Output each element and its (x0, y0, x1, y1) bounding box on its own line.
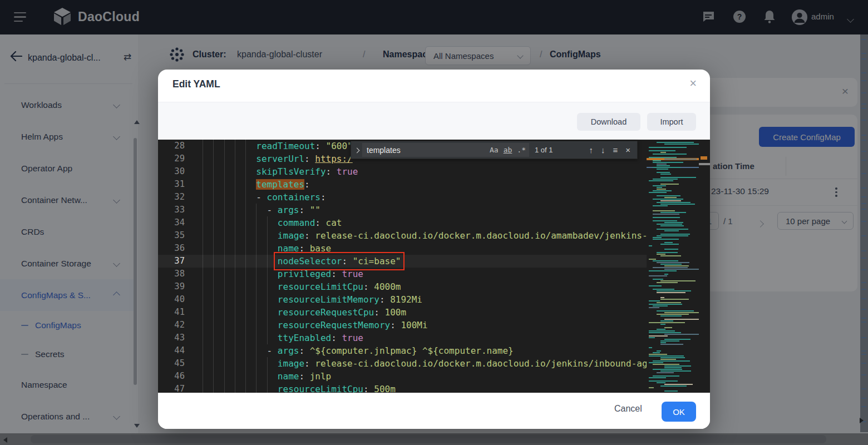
minimap-line (660, 297, 664, 298)
code-token: - (267, 205, 278, 215)
modal-close-icon[interactable]: × (689, 76, 697, 91)
minimap-line (657, 290, 691, 291)
code-token: readTimeout (256, 141, 315, 151)
minimap-line (660, 344, 683, 345)
code-line: resourceLimitCpu: 4000m (203, 280, 401, 293)
minimap-line (649, 245, 652, 246)
code-token: : (315, 217, 326, 228)
minimap-line (657, 235, 688, 236)
indent-guides (203, 332, 278, 344)
editor-scrollbar[interactable] (699, 140, 710, 393)
minimap-line (657, 282, 678, 283)
indent-guides (203, 165, 256, 178)
line-number: 36 (158, 242, 185, 255)
find-previous-icon[interactable]: ↑ (589, 145, 593, 155)
minimap-line (660, 280, 696, 281)
minimap-line (664, 274, 668, 275)
code-token: release-ci.daocloud.io/docker.m.daocloud… (315, 358, 647, 369)
minimap-line (649, 270, 677, 271)
code-token: : (390, 320, 401, 330)
minimap-line (664, 197, 677, 198)
code-token: : (299, 243, 309, 254)
minimap-line (657, 310, 694, 312)
minimap-line (660, 255, 681, 256)
code-token: image (278, 230, 304, 241)
minimap-line (653, 239, 679, 240)
minimap-line (653, 179, 678, 180)
code-token: : (331, 333, 342, 343)
nodeselector-highlight-box: nodeSelector: "ci=base" (278, 256, 401, 266)
minimap-line (653, 260, 678, 261)
code-token: : (326, 166, 337, 177)
code-token: "" (310, 205, 320, 215)
minimap-line (649, 322, 685, 323)
code-token: release-ci.daocloud.io/docker.m.daocloud… (315, 230, 647, 241)
import-button[interactable]: Import (647, 113, 696, 131)
find-input[interactable] (367, 146, 485, 155)
find-next-icon[interactable]: ↓ (601, 145, 605, 155)
code-token: resourceLimitCpu (278, 384, 363, 393)
minimap-line (649, 150, 675, 151)
minimap-line (653, 289, 674, 290)
minimap-line (664, 144, 699, 145)
whole-word-icon[interactable]: ab (504, 146, 512, 154)
code-area[interactable]: 28readTimeout: "600"29serverUrl: https:/… (158, 140, 647, 393)
yaml-editor[interactable]: 28readTimeout: "600"29serverUrl: https:/… (158, 140, 710, 393)
minimap-line (649, 300, 660, 301)
minimap-line (653, 360, 690, 362)
code-token: - (256, 192, 267, 202)
minimap-line (653, 267, 688, 268)
find-toggle-icon[interactable] (351, 146, 362, 154)
editor-scrollbar-thumb[interactable] (699, 163, 710, 165)
code-token: jnlp (310, 371, 332, 382)
code-line: - args: "" (203, 204, 320, 216)
line-number: 30 (158, 165, 185, 178)
code-token: : (374, 307, 384, 318)
minimap[interactable] (647, 140, 699, 393)
find-in-selection-icon[interactable]: ≡ (613, 145, 618, 155)
line-number: 47 (158, 383, 185, 393)
edit-yaml-modal: Edit YAML × Download Import 28readTimeou… (158, 70, 710, 429)
minimap-line (649, 354, 667, 355)
minimap-line (653, 369, 682, 370)
code-token: "600" (326, 141, 353, 151)
code-token: command (278, 217, 315, 228)
regex-icon[interactable]: .* (517, 146, 526, 154)
find-match-count: 1 of 1 (535, 146, 553, 154)
find-close-icon[interactable]: × (625, 145, 630, 155)
code-token: resourceRequestMemory (278, 320, 390, 330)
download-button[interactable]: Download (577, 113, 640, 131)
code-token: cat (326, 217, 342, 228)
indent-guides (203, 306, 278, 319)
indent-guides (203, 319, 278, 332)
minimap-line (657, 187, 662, 188)
minimap-line (660, 234, 690, 235)
minimap-line (657, 165, 670, 166)
code-line: image: release-ci.daocloud.io/docker.m.d… (203, 229, 647, 242)
minimap-line (653, 220, 677, 221)
minimap-line (653, 185, 666, 186)
match-case-icon[interactable]: Aa (490, 146, 499, 154)
code-token: : (304, 179, 310, 190)
minimap-line (653, 205, 668, 206)
line-number: 43 (158, 332, 185, 344)
cancel-button[interactable]: Cancel (614, 404, 642, 414)
minimap-line (660, 177, 696, 178)
minimap-line (657, 254, 665, 255)
minimap-line (649, 330, 675, 332)
ok-button[interactable]: OK (662, 402, 696, 422)
code-token: : (315, 141, 326, 151)
minimap-line (664, 390, 678, 392)
minimap-line (664, 269, 699, 270)
minimap-line (660, 200, 681, 201)
code-token: args (278, 345, 299, 356)
code-line: name: jnlp (203, 370, 331, 383)
code-token: resourceRequestCpu (278, 307, 374, 318)
minimap-line (660, 324, 665, 325)
find-match-text: templates (256, 179, 304, 190)
code-token: : (363, 384, 374, 393)
minimap-line (660, 244, 679, 245)
minimap-line (653, 237, 662, 238)
minimap-line (653, 190, 672, 191)
minimap-line (657, 372, 674, 373)
